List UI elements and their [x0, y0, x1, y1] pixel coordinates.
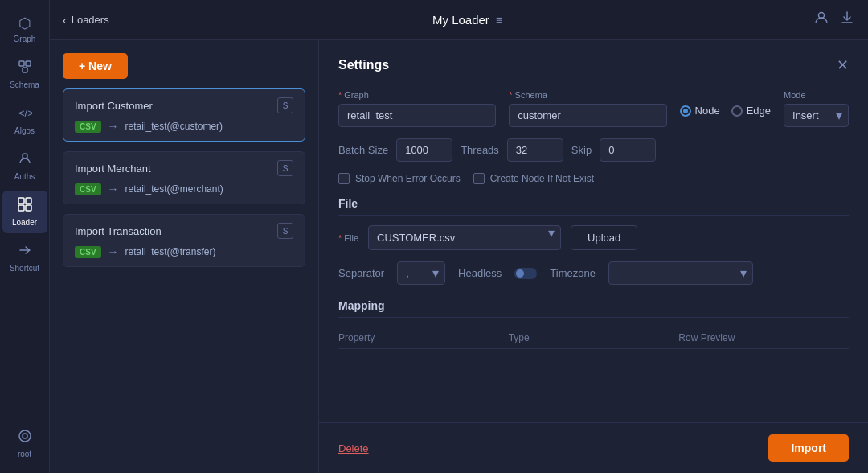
- left-panel: + New Import Customer S CSV → retail_tes…: [50, 40, 319, 473]
- upload-button[interactable]: Upload: [571, 225, 637, 250]
- sidebar-item-root[interactable]: root: [2, 422, 47, 465]
- settings-footer: Delete Import: [319, 422, 868, 473]
- settings-container: Settings ✕ * Graph *: [319, 40, 868, 473]
- checkbox-row: Stop When Error Occurs Create Node If No…: [338, 173, 849, 184]
- sidebar-item-algos[interactable]: </> Algos: [2, 99, 47, 142]
- content-area: + New Import Customer S CSV → retail_tes…: [50, 40, 868, 473]
- csv-badge: CSV: [75, 183, 101, 195]
- separator-row: Separator , ; | Tab ▾ Headless: [338, 261, 849, 285]
- sidebar-label-root: root: [18, 450, 31, 459]
- top-header: ‹ Loaders My Loader ≡: [50, 0, 868, 40]
- card-row: CSV → retail_test(@customer): [75, 120, 293, 133]
- algos-icon: </>: [18, 105, 32, 124]
- graph-schema-row: * Graph * Schema: [338, 90, 849, 127]
- csv-badge: CSV: [75, 121, 101, 133]
- type-group: Node Edge: [680, 90, 771, 117]
- card-title: Import Customer: [75, 100, 153, 112]
- mapping-col-preview: Row Preview: [678, 332, 849, 343]
- type-radio-group: Node Edge: [680, 105, 771, 117]
- batch-row: Batch Size Threads Skip: [338, 138, 849, 162]
- threads-input[interactable]: [507, 138, 563, 162]
- main-area: ‹ Loaders My Loader ≡ + New Import Custo…: [50, 0, 868, 473]
- back-label: Loaders: [72, 14, 109, 26]
- import-button[interactable]: Import: [768, 434, 849, 462]
- user-icon[interactable]: [813, 10, 829, 30]
- page-title: My Loader ≡: [122, 13, 813, 27]
- separator-label: Separator: [338, 267, 384, 279]
- settings-panel: Settings ✕ * Graph *: [319, 40, 868, 422]
- sidebar-item-schema[interactable]: Schema: [2, 53, 47, 96]
- loader-card-import-merchant[interactable]: Import Merchant S CSV → retail_test(@mer…: [63, 151, 305, 204]
- new-button[interactable]: + New: [63, 53, 128, 79]
- stop-when-error-checkbox[interactable]: Stop When Error Occurs: [338, 173, 461, 184]
- file-select-wrapper: CUSTOMER.csv ▾: [368, 225, 561, 250]
- svg-point-9: [19, 430, 31, 442]
- edge-radio[interactable]: Edge: [731, 105, 771, 117]
- separator-select[interactable]: , ; | Tab: [397, 261, 445, 285]
- headless-toggle[interactable]: [514, 268, 537, 279]
- batch-size-input[interactable]: [396, 138, 452, 162]
- mapping-section-title: Mapping: [338, 299, 849, 318]
- create-node-checkbox[interactable]: Create Node If Not Exist: [473, 173, 594, 184]
- file-section-title: File: [338, 197, 849, 216]
- card-badge: S: [277, 223, 293, 239]
- file-label: * File: [338, 233, 358, 243]
- loader-icon: [18, 197, 32, 216]
- mode-select[interactable]: Insert Upsert Delete: [784, 104, 849, 127]
- schema-icon: [18, 60, 32, 78]
- timezone-label: Timezone: [550, 267, 596, 279]
- settings-title: Settings: [338, 58, 389, 72]
- graph-label: * Graph: [338, 90, 496, 100]
- svg-point-4: [23, 154, 27, 158]
- svg-rect-7: [18, 205, 24, 211]
- loader-card-import-transaction[interactable]: Import Transaction S CSV → retail_test(@…: [63, 214, 305, 267]
- loader-card-import-customer[interactable]: Import Customer S CSV → retail_test(@cus…: [63, 88, 305, 142]
- stop-when-error-box: [338, 173, 350, 184]
- mode-group: Mode Insert Upsert Delete ▾: [784, 90, 849, 127]
- headless-label: Headless: [458, 267, 502, 279]
- sidebar-label-algos: Algos: [14, 126, 35, 135]
- sidebar-item-auths[interactable]: Auths: [2, 145, 47, 187]
- schema-label: * Schema: [509, 90, 666, 100]
- card-row: CSV → retail_test(@merchant): [75, 183, 293, 195]
- sidebar-label-loader: Loader: [12, 218, 37, 227]
- graph-icon: ⬡: [18, 14, 31, 32]
- delete-button[interactable]: Delete: [338, 442, 369, 454]
- mapping-header: Property Type Row Preview: [338, 327, 849, 349]
- file-row: * File CUSTOMER.csv ▾ Upload: [338, 225, 849, 250]
- skip-input[interactable]: [600, 138, 656, 162]
- arrow-icon: →: [108, 183, 119, 195]
- root-icon: [18, 429, 32, 447]
- card-title: Import Merchant: [75, 162, 151, 175]
- sidebar-label-auths: Auths: [14, 172, 35, 181]
- download-icon[interactable]: [839, 10, 855, 30]
- menu-icon[interactable]: ≡: [496, 13, 503, 27]
- threads-label: Threads: [461, 144, 499, 156]
- timezone-select[interactable]: [608, 261, 753, 285]
- file-select[interactable]: CUSTOMER.csv: [368, 225, 561, 250]
- sidebar-item-shortcut[interactable]: Shortcut: [2, 236, 47, 279]
- node-radio[interactable]: Node: [680, 105, 720, 117]
- title-text: My Loader: [432, 13, 489, 27]
- card-row: CSV → retail_test(@transfer): [75, 245, 293, 258]
- sidebar-label-shortcut: Shortcut: [10, 264, 39, 273]
- target-text: retail_test(@transfer): [125, 246, 216, 257]
- card-header: Import Customer S: [75, 97, 293, 113]
- edge-radio-circle: [731, 105, 743, 117]
- arrow-icon: →: [108, 120, 119, 133]
- sidebar-item-loader[interactable]: Loader: [2, 191, 47, 233]
- close-button[interactable]: ✕: [837, 56, 849, 74]
- mode-select-wrapper: Insert Upsert Delete ▾: [784, 104, 849, 127]
- svg-rect-2: [23, 68, 27, 72]
- sidebar-item-graph[interactable]: ⬡ Graph: [2, 8, 47, 50]
- back-button[interactable]: ‹ Loaders: [63, 14, 109, 27]
- mode-label: Mode: [784, 90, 849, 100]
- sidebar-label-schema: Schema: [10, 80, 39, 89]
- graph-group: * Graph: [338, 90, 496, 127]
- arrow-icon: →: [108, 245, 119, 258]
- schema-input[interactable]: [509, 104, 666, 127]
- graph-input[interactable]: [338, 104, 496, 127]
- mapping-section: Mapping Property Type Row Preview: [338, 299, 849, 349]
- sidebar: ⬡ Graph Schema </> Algos Auths Loader Sh…: [0, 0, 50, 473]
- mapping-col-property: Property: [338, 332, 509, 343]
